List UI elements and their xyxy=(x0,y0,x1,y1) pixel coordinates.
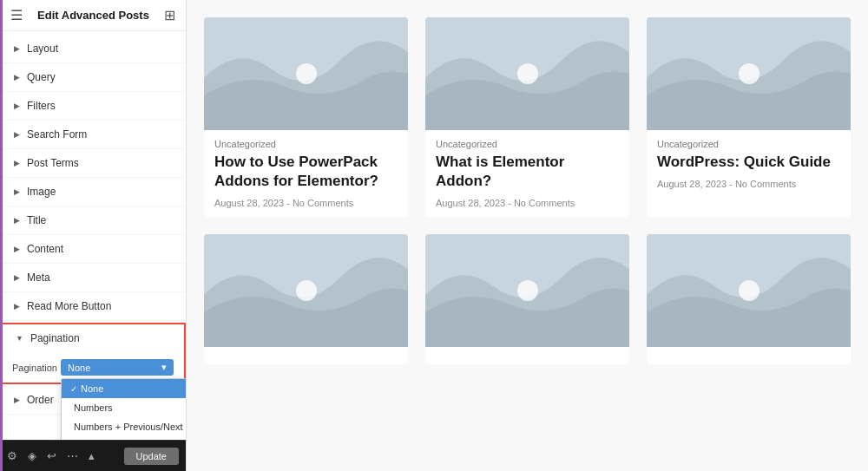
arrow-search-form: ▶ xyxy=(14,130,20,139)
thumbnail-circle-5 xyxy=(517,280,538,301)
label-layout: Layout xyxy=(27,43,58,55)
arrow-post-terms: ▶ xyxy=(14,159,20,167)
nav-item-image[interactable]: ▶Image xyxy=(0,178,186,206)
pagination-arrow: ▼ xyxy=(16,334,23,343)
post-thumbnail-6 xyxy=(647,234,851,347)
label-content: Content xyxy=(27,243,63,255)
panel-accent xyxy=(0,0,3,471)
post-body-1: Uncategorized How to Use PowerPack Addon… xyxy=(204,130,408,217)
panel-nav: ▶Layout▶Query▶Filters▶Search Form▶Post T… xyxy=(0,31,186,440)
post-thumbnail-1 xyxy=(204,17,408,130)
label-filters: Filters xyxy=(27,100,56,112)
panel-header: ☰ Edit Advanced Posts ⊞ xyxy=(0,0,186,31)
post-card-3: Uncategorized WordPress: Quick Guide Aug… xyxy=(647,17,851,217)
arrow-title: ▶ xyxy=(14,216,20,225)
main-content: Uncategorized How to Use PowerPack Addon… xyxy=(187,0,868,471)
pagination-dropdown-selected[interactable]: None ▾ xyxy=(61,359,174,376)
pagination-row: Pagination None ▾ ✓NoneNumbersNumbers + … xyxy=(12,359,174,376)
post-meta-1: August 28, 2023 - No Comments xyxy=(214,198,398,208)
footer-icons: ⚙ ◈ ↩ ⋯ ▴ xyxy=(7,449,95,462)
thumbnail-circle-1 xyxy=(296,63,317,84)
post-body-2: Uncategorized What is Elementor Addon? A… xyxy=(425,130,629,217)
label-search-form: Search Form xyxy=(27,128,87,141)
settings-icon[interactable]: ⚙ xyxy=(7,449,17,462)
pagination-field-label: Pagination xyxy=(12,363,61,373)
arrow-meta: ▶ xyxy=(14,273,20,282)
thumbnail-circle-6 xyxy=(739,280,760,301)
label-meta: Meta xyxy=(27,271,50,284)
post-title-2: What is Elementor Addon? xyxy=(436,153,619,191)
post-category-1: Uncategorized xyxy=(214,139,398,149)
arrow-query: ▶ xyxy=(14,73,20,82)
more-icon[interactable]: ⋯ xyxy=(67,449,78,462)
post-thumbnail-5 xyxy=(425,234,629,347)
dropdown-option-numbers-prev-next[interactable]: Numbers + Previous/Next xyxy=(62,417,186,436)
post-card-4 xyxy=(204,234,408,364)
post-category-3: Uncategorized xyxy=(657,139,840,149)
post-thumbnail-4 xyxy=(204,234,408,347)
dropdown-option-load-more[interactable]: Load More Button xyxy=(62,436,186,440)
post-card-6 xyxy=(647,234,851,364)
label-image: Image xyxy=(27,186,56,198)
post-thumbnail-2 xyxy=(425,17,629,130)
pagination-body: Pagination None ▾ ✓NoneNumbersNumbers + … xyxy=(2,352,184,383)
post-meta-3: August 28, 2023 - No Comments xyxy=(657,179,840,189)
panel-footer: ⚙ ◈ ↩ ⋯ ▴ Update xyxy=(0,440,186,471)
label-post-terms: Post Terms xyxy=(27,157,79,169)
nav-item-query[interactable]: ▶Query xyxy=(0,63,186,92)
order-arrow: ▶ xyxy=(14,396,20,404)
order-label: Order xyxy=(27,394,54,406)
thumbnail-circle-4 xyxy=(296,280,317,301)
post-card-1: Uncategorized How to Use PowerPack Addon… xyxy=(204,17,408,217)
arrow-image: ▶ xyxy=(14,187,20,196)
thumbnail-circle-3 xyxy=(739,63,760,84)
check-none: ✓ xyxy=(70,384,77,394)
arrow-filters: ▶ xyxy=(14,101,20,110)
left-panel: ☰ Edit Advanced Posts ⊞ ▶Layout▶Query▶Fi… xyxy=(0,0,187,471)
nav-item-title[interactable]: ▶Title xyxy=(0,206,186,235)
nav-item-post-terms[interactable]: ▶Post Terms xyxy=(0,149,186,178)
post-body-4 xyxy=(204,347,408,364)
nav-item-content[interactable]: ▶Content xyxy=(0,235,186,264)
pagination-selected-value: None xyxy=(68,363,90,373)
post-category-2: Uncategorized xyxy=(436,139,619,149)
option-label-numbers: Numbers xyxy=(74,402,113,413)
post-title-1: How to Use PowerPack Addons for Elemento… xyxy=(214,153,398,191)
nav-item-search-form[interactable]: ▶Search Form xyxy=(0,121,186,149)
dropdown-option-numbers[interactable]: Numbers xyxy=(62,398,186,417)
post-meta-2: August 28, 2023 - No Comments xyxy=(436,198,619,208)
update-button[interactable]: Update xyxy=(124,448,179,465)
post-title-3: WordPress: Quick Guide xyxy=(657,153,840,172)
post-body-6 xyxy=(647,347,851,364)
arrow-layout: ▶ xyxy=(14,44,20,53)
nav-item-meta[interactable]: ▶Meta xyxy=(0,264,186,292)
option-label-numbers-prev-next: Numbers + Previous/Next xyxy=(74,422,183,432)
panel-title: Edit Advanced Posts xyxy=(37,9,149,22)
pagination-section: ▼ Pagination Pagination None ▾ ✓NoneNumb… xyxy=(0,323,186,384)
post-card-2: Uncategorized What is Elementor Addon? A… xyxy=(425,17,629,217)
dropdown-chevron: ▾ xyxy=(161,362,167,373)
up-icon[interactable]: ▴ xyxy=(89,449,95,462)
arrow-read-more-button: ▶ xyxy=(14,302,20,311)
nav-item-filters[interactable]: ▶Filters xyxy=(0,92,186,121)
layers-icon[interactable]: ◈ xyxy=(28,449,36,462)
label-read-more-button: Read More Button xyxy=(27,300,111,312)
post-card-5 xyxy=(425,234,629,364)
arrow-content: ▶ xyxy=(14,245,20,253)
post-body-5 xyxy=(425,347,629,364)
dropdown-option-none[interactable]: ✓None xyxy=(62,379,186,398)
label-title: Title xyxy=(27,214,46,226)
label-query: Query xyxy=(27,71,56,83)
pagination-dropdown-menu: ✓NoneNumbersNumbers + Previous/NextLoad … xyxy=(61,378,186,440)
undo-icon[interactable]: ↩ xyxy=(47,449,56,462)
pagination-label: Pagination xyxy=(30,332,80,344)
post-thumbnail-3 xyxy=(647,17,851,130)
menu-icon[interactable]: ☰ xyxy=(10,7,23,23)
nav-item-layout[interactable]: ▶Layout xyxy=(0,35,186,63)
grid-icon[interactable]: ⊞ xyxy=(164,7,175,23)
nav-item-read-more-button[interactable]: ▶Read More Button xyxy=(0,292,186,321)
post-body-3: Uncategorized WordPress: Quick Guide Aug… xyxy=(647,130,851,198)
pagination-dropdown-wrapper: None ▾ ✓NoneNumbersNumbers + Previous/Ne… xyxy=(61,359,174,376)
pagination-header[interactable]: ▼ Pagination xyxy=(2,324,184,352)
option-label-none: None xyxy=(81,383,103,394)
